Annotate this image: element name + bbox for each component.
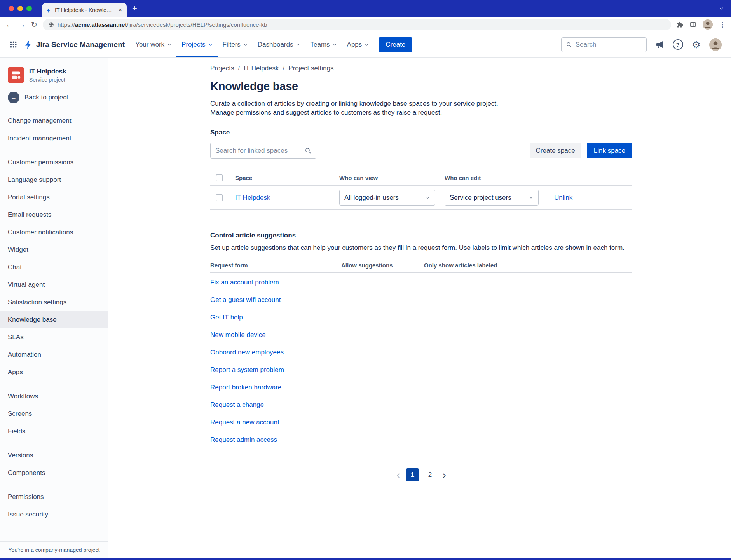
sidebar-item-fields[interactable]: Fields <box>0 422 108 440</box>
user-avatar[interactable] <box>709 38 722 51</box>
request-form-link[interactable]: Get IT help <box>210 314 243 321</box>
browser-menu-icon[interactable]: ⋮ <box>719 21 726 29</box>
browser-window: IT Helpdesk - Knowledge base × + ← → ↻ h… <box>0 0 731 560</box>
sidebar-item-issue-security[interactable]: Issue security <box>0 506 108 523</box>
sidebar-item-permissions[interactable]: Permissions <box>0 488 108 506</box>
tab-search-chevron-icon[interactable] <box>719 6 724 11</box>
sidebar-item-email-requests[interactable]: Email requests <box>0 206 108 223</box>
column-allow-suggestions: Allow suggestions <box>341 262 424 269</box>
project-sidebar: IT Helpdesk Service project ← Back to pr… <box>0 58 108 558</box>
request-form-link[interactable]: Onboard new employees <box>210 349 284 356</box>
request-form-link[interactable]: Request a new account <box>210 419 279 426</box>
request-form-link[interactable]: Get a guest wifi account <box>210 296 281 304</box>
nav-your-work[interactable]: Your work <box>130 32 176 57</box>
breadcrumb-project-settings[interactable]: Project settings <box>288 65 333 72</box>
site-info-icon[interactable] <box>48 22 54 28</box>
window-close-button[interactable] <box>9 6 14 11</box>
address-bar[interactable]: https://acme.atlassian.net/jira/serviced… <box>43 19 671 30</box>
check-icon: ✓ <box>346 367 350 373</box>
announcement-icon[interactable] <box>655 40 664 49</box>
request-form-link[interactable]: New mobile device <box>210 331 266 338</box>
who-can-view-select[interactable]: All logged-in users <box>339 190 435 206</box>
browser-forward-button[interactable]: → <box>18 21 26 28</box>
nav-apps[interactable]: Apps <box>342 32 374 57</box>
jira-logo[interactable]: Jira Service Management <box>24 40 125 49</box>
sidebar-item-virtual-agent[interactable]: Virtual agent <box>0 276 108 293</box>
check-icon: ✓ <box>346 314 350 320</box>
sidebar-item-customer-permissions[interactable]: Customer permissions <box>0 154 108 171</box>
sidebar-divider <box>8 443 100 443</box>
page-2-button[interactable]: 2 <box>424 468 436 481</box>
column-space: Space <box>230 174 339 181</box>
table-row: IT Helpdesk All logged-in users Service … <box>210 186 632 210</box>
sidebar-item-screens[interactable]: Screens <box>0 405 108 422</box>
new-tab-button[interactable]: + <box>132 4 137 13</box>
sidebar-item-chat[interactable]: Chat <box>0 258 108 276</box>
nav-projects[interactable]: Projects <box>176 32 217 57</box>
project-type-note: You're in a company-managed project <box>0 541 108 558</box>
sidebar-item-slas[interactable]: SLAs <box>0 328 108 346</box>
page-title: Knowledge base <box>210 80 632 93</box>
gear-icon[interactable]: ⚙ <box>692 40 701 50</box>
sidebar-item-components[interactable]: Components <box>0 464 108 481</box>
breadcrumb-projects[interactable]: Projects <box>210 65 234 72</box>
browser-reload-button[interactable]: ↻ <box>31 21 37 28</box>
next-page-icon[interactable]: › <box>441 470 448 480</box>
breadcrumb-it-helpdesk[interactable]: IT Helpdesk <box>244 65 279 72</box>
suggestion-row: Onboard new employees ✓ <box>210 344 632 361</box>
app-switcher-icon[interactable] <box>9 40 17 49</box>
sidebar-item-automation[interactable]: Automation <box>0 346 108 363</box>
sidebar-item-widget[interactable]: Widget <box>0 241 108 258</box>
row-checkbox[interactable] <box>216 194 223 201</box>
header-search-input[interactable] <box>576 41 642 49</box>
request-form-link[interactable]: Request admin access <box>210 436 277 443</box>
help-icon[interactable]: ? <box>673 39 683 50</box>
suggestion-row: Request a change ✓ <box>210 396 632 413</box>
request-form-link[interactable]: Report a system problem <box>210 366 284 373</box>
sidebar-item-knowledge-base[interactable]: Knowledge base <box>0 311 108 328</box>
suggestion-row: Fix an account problem ✓ <box>210 274 632 291</box>
sidebar-item-customer-notifications[interactable]: Customer notifications <box>0 223 108 241</box>
sidebar-item-portal-settings[interactable]: Portal settings <box>0 188 108 206</box>
project-type: Service project <box>29 77 66 83</box>
create-space-button[interactable]: Create space <box>530 143 581 158</box>
sidebar-item-change-management[interactable]: Change management <box>0 112 108 129</box>
nav-dashboards[interactable]: Dashboards <box>253 32 305 57</box>
sidebar-item-workflows[interactable]: Workflows <box>0 387 108 405</box>
link-space-button[interactable]: Link space <box>587 143 632 158</box>
sidebar-item-incident-management[interactable]: Incident management <box>0 129 108 147</box>
who-can-edit-select[interactable]: Service project users <box>445 190 539 206</box>
sidebar-item-language-support[interactable]: Language support <box>0 171 108 188</box>
create-button[interactable]: Create <box>379 37 412 52</box>
header-search[interactable] <box>561 37 647 52</box>
nav-teams[interactable]: Teams <box>305 32 342 57</box>
check-icon: ✓ <box>346 349 350 355</box>
request-form-link[interactable]: Fix an account problem <box>210 279 279 286</box>
breadcrumb-separator: / <box>283 65 285 72</box>
request-form-link[interactable]: Report broken hardware <box>210 384 281 391</box>
browser-tab[interactable]: IT Helpdesk - Knowledge base × <box>42 3 127 17</box>
sidebar-item-versions[interactable]: Versions <box>0 447 108 464</box>
suggestion-row: Request a new account ✓ <box>210 413 632 431</box>
page-1-button[interactable]: 1 <box>406 468 419 481</box>
window-minimize-button[interactable] <box>17 6 23 11</box>
side-panel-icon[interactable] <box>689 21 696 28</box>
space-link[interactable]: IT Helpdesk <box>235 194 270 201</box>
nav-filters[interactable]: Filters <box>218 32 253 57</box>
sidebar-item-apps[interactable]: Apps <box>0 363 108 381</box>
linked-spaces-search-input[interactable] <box>215 147 302 155</box>
select-all-checkbox[interactable] <box>216 174 223 181</box>
browser-profile-avatar[interactable] <box>703 19 713 30</box>
linked-spaces-table: Space Who can view Who can edit IT Helpd… <box>210 170 632 210</box>
linked-spaces-search[interactable] <box>210 143 316 159</box>
unlink-button[interactable]: Unlink <box>554 194 632 202</box>
back-to-project[interactable]: ← Back to project <box>0 89 108 109</box>
app-header: Jira Service Management Your work Projec… <box>0 32 731 58</box>
sidebar-item-satisfaction-settings[interactable]: Satisfaction settings <box>0 293 108 311</box>
search-icon <box>305 147 311 154</box>
extension-icon[interactable] <box>677 21 683 28</box>
tab-close-icon[interactable]: × <box>118 7 123 13</box>
window-zoom-button[interactable] <box>26 6 32 11</box>
request-form-link[interactable]: Request a change <box>210 401 264 408</box>
browser-back-button[interactable]: ← <box>5 21 13 28</box>
